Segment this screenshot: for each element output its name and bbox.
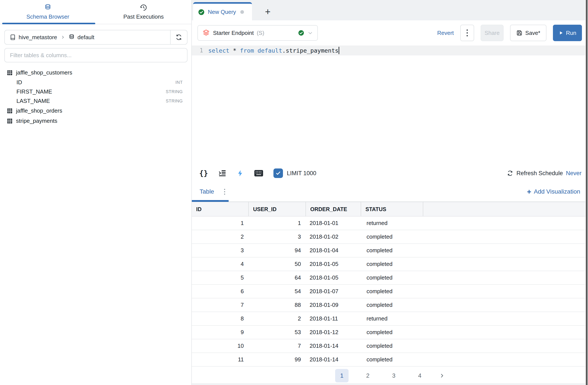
column-type: STRING: [166, 89, 183, 94]
window-edge: [585, 0, 588, 385]
table-row: 3942018-01-04completed: [192, 244, 588, 257]
schema-sidebar: Schema Browser Past Executions hive_meta…: [0, 0, 191, 385]
sidebar-tab-label: Past Executions: [123, 13, 164, 20]
refresh-icon: [175, 34, 182, 41]
database-icon: [44, 4, 52, 11]
check-circle-icon: [298, 30, 304, 36]
add-visualization-label: Add Visualization: [534, 188, 580, 195]
save-button-label: Save*: [525, 30, 540, 36]
query-tab-new-query[interactable]: New Query: [193, 2, 252, 20]
table-grid-icon: [6, 118, 13, 124]
sidebar-tabs: Schema Browser Past Executions: [0, 0, 191, 24]
endpoint-layers-icon: [202, 29, 210, 37]
page-button-1[interactable]: 1: [335, 369, 349, 382]
column-header-user-id[interactable]: USER_ID: [249, 202, 306, 216]
play-icon: [559, 31, 563, 35]
tree-item-jaffle-shop-orders[interactable]: jaffle_shop_orders: [0, 106, 191, 116]
tab-table[interactable]: Table: [200, 188, 214, 195]
query-action-bar: Starter Endpoint (S) Revert Share: [192, 20, 588, 45]
plus-icon: +: [527, 188, 531, 195]
pagination: 1 2 3 4: [192, 368, 588, 384]
table-row: 6542018-01-07completed: [192, 284, 588, 298]
add-visualization-button[interactable]: + Add Visualization: [527, 188, 580, 195]
active-viz-tab-indicator: [192, 200, 229, 202]
breadcrumb-schema[interactable]: default: [78, 34, 94, 41]
tab-schema-browser[interactable]: Schema Browser: [0, 0, 96, 24]
table-name: jaffle_shop_customers: [16, 69, 72, 76]
active-tab-indicator: [2, 23, 95, 24]
table-row: 7882018-01-09completed: [192, 298, 588, 312]
save-button[interactable]: Save*: [510, 25, 546, 41]
tree-column-row[interactable]: LAST_NAME STRING: [0, 96, 191, 106]
limit-toggle[interactable]: LIMIT 1000: [273, 169, 316, 178]
tree-column-row[interactable]: FIRST_NAME STRING: [0, 87, 191, 96]
table-tab-menu[interactable]: [224, 189, 225, 195]
table-row: 1072018-01-14completed: [192, 339, 588, 353]
run-button-label: Run: [566, 30, 576, 36]
filter-input[interactable]: [4, 48, 188, 62]
page-button-2[interactable]: 2: [361, 369, 375, 382]
share-button[interactable]: Share: [481, 25, 504, 41]
schema-tree: jaffle_shop_customers ID INT FIRST_NAME …: [0, 67, 191, 126]
page-button-3[interactable]: 3: [387, 369, 400, 382]
results-table: ID USER_ID ORDER_DATE STATUS 112018-01-0…: [192, 202, 588, 367]
tree-item-stripe-payments[interactable]: stripe_payments: [0, 116, 191, 126]
revert-button[interactable]: Revert: [437, 30, 454, 36]
keyboard-shortcuts-icon[interactable]: [254, 169, 263, 177]
table-row: 11992018-01-14completed: [192, 353, 588, 366]
sql-editor[interactable]: 1 select * from default.stripe_payments: [192, 45, 588, 165]
line-number: 1: [192, 47, 208, 54]
text-cursor: [339, 47, 339, 54]
sidebar-tab-label: Schema Browser: [26, 13, 69, 20]
database-icon: [68, 34, 75, 41]
table-row: 4502018-01-05completed: [192, 257, 588, 271]
table-row: 112018-01-01returned: [192, 216, 588, 230]
schema-breadcrumb: hive_metastore default: [4, 30, 188, 45]
chevron-right-icon: [439, 373, 445, 379]
kebab-icon: [224, 189, 225, 190]
indent-icon[interactable]: [218, 169, 227, 178]
query-editor-app: Schema Browser Past Executions hive_meta…: [0, 0, 588, 385]
refresh-schema-button[interactable]: [170, 30, 187, 44]
table-row: 9532018-01-12completed: [192, 325, 588, 339]
horizontal-scrollbar[interactable]: [192, 384, 588, 385]
chevron-down-icon: [307, 30, 313, 36]
visualization-tab-bar: Table + Add Visualization: [192, 182, 588, 202]
history-icon: [140, 4, 147, 11]
tree-item-jaffle-shop-customers[interactable]: jaffle_shop_customers: [0, 67, 191, 78]
table-row: 232018-01-02completed: [192, 230, 588, 244]
page-button-4[interactable]: 4: [413, 369, 426, 382]
column-name: FIRST_NAME: [17, 88, 52, 95]
tree-column-row[interactable]: ID INT: [0, 78, 191, 87]
lightning-icon[interactable]: [237, 169, 244, 178]
column-header-spacer: [423, 202, 588, 216]
format-query-button[interactable]: {}: [199, 169, 208, 178]
refresh-schedule-label: Refresh Schedule: [516, 170, 563, 177]
query-tab-label: New Query: [208, 9, 236, 15]
next-page-button[interactable]: [439, 373, 445, 379]
table-row: 5642018-01-05completed: [192, 271, 588, 284]
more-options-button[interactable]: [460, 25, 474, 41]
column-header-order-date[interactable]: ORDER_DATE: [306, 202, 361, 216]
main-panel: New Query + Starter Endpoint (S): [192, 0, 588, 385]
column-header-id[interactable]: ID: [192, 202, 249, 216]
table-row: 822018-01-11returned: [192, 312, 588, 325]
check-icon: [275, 170, 281, 176]
column-name: LAST_NAME: [17, 98, 50, 104]
run-button[interactable]: Run: [553, 25, 582, 41]
table-name: jaffle_shop_orders: [16, 107, 62, 114]
new-tab-button[interactable]: +: [265, 7, 271, 17]
check-circle-icon: [198, 9, 205, 16]
tab-past-executions[interactable]: Past Executions: [96, 0, 191, 24]
column-header-status[interactable]: STATUS: [361, 202, 423, 216]
breadcrumb-catalog[interactable]: hive_metastore: [19, 34, 57, 41]
query-tab-bar: New Query +: [192, 0, 588, 20]
editor-line[interactable]: 1 select * from default.stripe_payments: [192, 45, 588, 55]
catalog-icon: [10, 34, 16, 41]
column-type: STRING: [166, 99, 183, 104]
endpoint-selector[interactable]: Starter Endpoint (S): [197, 25, 318, 41]
limit-checkbox[interactable]: [273, 169, 283, 178]
table-grid-icon: [6, 108, 13, 114]
refresh-schedule-value[interactable]: Never: [566, 170, 582, 177]
table-name: stripe_payments: [16, 118, 57, 124]
